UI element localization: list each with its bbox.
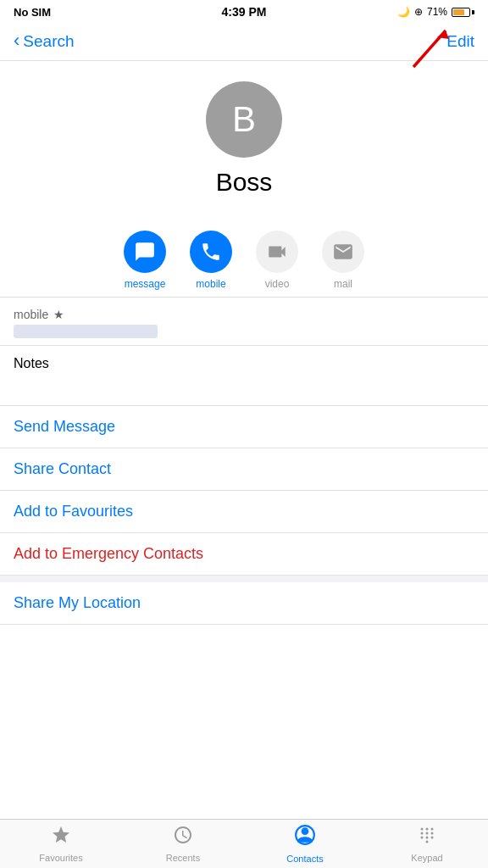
- svg-point-3: [421, 828, 424, 831]
- globe-icon: ⊕: [414, 6, 423, 18]
- time: 4:39 PM: [222, 5, 267, 19]
- svg-point-11: [431, 837, 434, 839]
- tab-recents[interactable]: Recents: [122, 825, 244, 863]
- favourites-tab-label: Favourites: [39, 853, 82, 863]
- list-actions: Send Message Share Contact Add to Favour…: [0, 406, 488, 576]
- svg-point-9: [421, 837, 424, 839]
- video-icon-circle: [256, 231, 298, 273]
- red-arrow-icon: [405, 20, 456, 71]
- recents-tab-label: Recents: [166, 853, 200, 863]
- svg-point-10: [426, 837, 429, 839]
- share-location-label: Share My Location: [14, 594, 141, 611]
- video-label: video: [265, 278, 290, 290]
- message-icon-circle: [124, 231, 166, 273]
- phone-icon: [200, 241, 222, 263]
- moon-icon: 🌙: [397, 6, 410, 18]
- phone-label-text: mobile: [14, 308, 48, 321]
- notes-label: Notes: [14, 356, 49, 370]
- add-favourites-action[interactable]: Add to Favourites: [0, 491, 488, 533]
- share-location-item[interactable]: Share My Location: [0, 582, 488, 625]
- phone-number-blurred: [14, 325, 158, 338]
- video-camera-icon: [266, 241, 288, 263]
- back-button[interactable]: ‹ Search: [14, 31, 75, 52]
- message-label: message: [125, 278, 166, 290]
- send-message-action[interactable]: Send Message: [0, 406, 488, 448]
- tab-bar: Favourites Recents Contacts: [0, 819, 488, 868]
- mail-label: mail: [334, 278, 352, 290]
- phone-icon-circle: [190, 231, 232, 273]
- keypad-tab-icon: [417, 825, 437, 850]
- share-contact-action[interactable]: Share Contact: [0, 448, 488, 491]
- action-video[interactable]: video: [256, 231, 298, 290]
- mobile-field-section: mobile ★: [0, 298, 488, 345]
- action-buttons: message mobile video: [0, 224, 488, 297]
- share-contact-label: Share Contact: [14, 460, 111, 477]
- avatar: B: [206, 81, 282, 158]
- mail-icon-circle: [322, 231, 364, 273]
- tab-keypad[interactable]: Keypad: [366, 825, 488, 863]
- notes-section: Notes: [0, 346, 488, 405]
- contact-header: B Boss: [0, 61, 488, 224]
- contacts-tab-label: Contacts: [286, 854, 323, 864]
- star-tab-icon: [51, 825, 71, 850]
- svg-point-6: [421, 832, 424, 835]
- contact-name: Boss: [216, 168, 273, 197]
- back-label: Search: [23, 32, 74, 51]
- phone-field-label: mobile ★: [14, 308, 474, 321]
- action-mail[interactable]: mail: [322, 231, 364, 290]
- send-message-label: Send Message: [14, 418, 115, 435]
- svg-point-7: [426, 832, 429, 835]
- tab-contacts[interactable]: Contacts: [244, 824, 366, 864]
- keypad-tab-label: Keypad: [411, 853, 442, 863]
- svg-point-12: [426, 841, 429, 843]
- battery-percent: 71%: [427, 6, 447, 18]
- avatar-initial: B: [232, 99, 256, 140]
- carrier: No SIM: [14, 6, 51, 19]
- tab-favourites[interactable]: Favourites: [0, 825, 122, 863]
- svg-point-5: [431, 828, 434, 831]
- mobile-label: mobile: [196, 278, 225, 290]
- status-right: 🌙 ⊕ 71%: [397, 6, 474, 18]
- clock-tab-icon: [173, 825, 193, 850]
- battery-icon: [452, 8, 474, 17]
- message-bubble-icon: [134, 241, 156, 263]
- add-favourites-label: Add to Favourites: [14, 503, 133, 520]
- chevron-left-icon: ‹: [14, 30, 19, 52]
- section-divider: [0, 576, 488, 582]
- contacts-tab-icon: [294, 824, 316, 851]
- add-emergency-action[interactable]: Add to Emergency Contacts: [0, 533, 488, 576]
- add-emergency-label: Add to Emergency Contacts: [14, 545, 203, 562]
- svg-point-8: [431, 832, 434, 835]
- action-mobile[interactable]: mobile: [190, 231, 232, 290]
- mail-envelope-icon: [332, 241, 354, 263]
- svg-point-4: [426, 828, 429, 831]
- action-message[interactable]: message: [124, 231, 166, 290]
- star-icon: ★: [53, 308, 64, 321]
